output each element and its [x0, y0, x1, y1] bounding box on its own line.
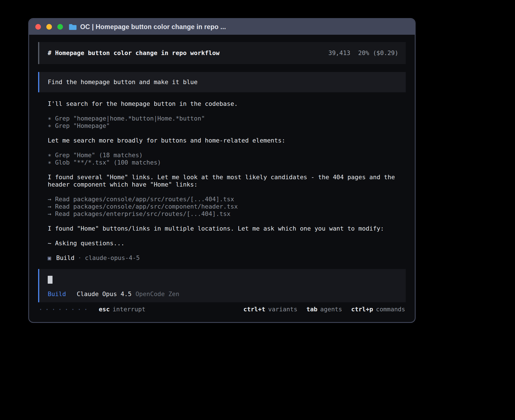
tool-call-group: → Read packages/console/app/src/routes/[… — [38, 196, 406, 218]
tool-call-group: ∗ Grep "Home" (18 matches) ∗ Glob "**/*.… — [38, 152, 406, 166]
title-group: OC | Homepage button color change in rep… — [69, 23, 226, 31]
agent-separator: · — [78, 254, 82, 262]
hint-variants: ctrl+tvariants — [243, 306, 297, 313]
hint-agents: tabagents — [306, 306, 342, 313]
assistant-paragraph: I found "Home" buttons/links in multiple… — [38, 225, 406, 232]
hint-interrupt: escinterrupt — [99, 306, 145, 313]
tool-call: ∗ Grep "Homepage" — [38, 122, 406, 130]
session-stats: 39,413 20% ($0.29) — [328, 49, 398, 57]
hint-commands: ctrl+pcommands — [351, 306, 405, 313]
session-header: # Homepage button color change in repo w… — [38, 42, 406, 64]
status-bar-right: ctrl+tvariants tabagents ctrl+pcommands — [243, 306, 405, 313]
titlebar: OC | Homepage button color change in rep… — [29, 19, 415, 35]
status-bar-left: ········ escinterrupt — [39, 306, 145, 313]
tool-call: → Read packages/enterprise/src/routes/[.… — [38, 210, 406, 218]
assistant-status: ~ Asking questions... — [38, 240, 406, 247]
terminal-content: # Homepage button color change in repo w… — [29, 35, 415, 313]
tool-call: → Read packages/console/app/src/routes/[… — [38, 196, 406, 203]
status-bar: ········ escinterrupt ctrl+tvariants tab… — [38, 306, 406, 313]
spinner-dots: ········ — [39, 306, 90, 313]
traffic-lights — [35, 24, 63, 30]
assistant-paragraph: I found several "Home" links. Let me loo… — [38, 174, 406, 188]
input-mode[interactable]: Build — [48, 290, 66, 298]
assistant-paragraph: I'll search for the homepage button in t… — [38, 100, 406, 108]
tool-call-group: ∗ Grep "homepage|home.*button|Home.*butt… — [38, 115, 406, 130]
minimize-button[interactable] — [46, 24, 52, 30]
user-message-text: Find the homepage button and make it blu… — [48, 78, 198, 86]
tool-call: → Read packages/console/app/src/componen… — [38, 203, 406, 210]
window-title: OC | Homepage button color change in rep… — [80, 23, 226, 31]
folder-icon — [69, 24, 77, 30]
terminal-window: OC | Homepage button color change in rep… — [28, 18, 416, 323]
agent-model: claude-opus-4-5 — [85, 254, 140, 262]
agent-mode-icon: ▣ — [48, 254, 51, 262]
user-message: Find the homepage button and make it blu… — [38, 72, 406, 92]
close-button[interactable] — [35, 24, 41, 30]
input-model[interactable]: Claude Opus 4.5 — [77, 290, 132, 298]
agent-name: Build — [56, 254, 75, 262]
input-status-line: Build Claude Opus 4.5 OpenCode Zen — [48, 290, 397, 298]
tool-call: ∗ Grep "Home" (18 matches) — [38, 152, 406, 159]
input-provider: OpenCode Zen — [136, 290, 179, 298]
context-usage: 20% ($0.29) — [358, 49, 398, 57]
token-count: 39,413 — [328, 49, 350, 57]
tool-call: ∗ Glob "**/*.tsx" (100 matches) — [38, 159, 406, 166]
agent-indicator: ▣ Build · claude-opus-4-5 — [38, 254, 406, 262]
zoom-button[interactable] — [57, 24, 63, 30]
prompt-input[interactable]: Build Claude Opus 4.5 OpenCode Zen — [38, 269, 406, 302]
text-cursor — [48, 276, 53, 284]
session-title: # Homepage button color change in repo w… — [48, 49, 219, 57]
tool-call: ∗ Grep "homepage|home.*button|Home.*butt… — [38, 115, 406, 122]
assistant-paragraph: Let me search more broadly for buttons a… — [38, 137, 406, 144]
